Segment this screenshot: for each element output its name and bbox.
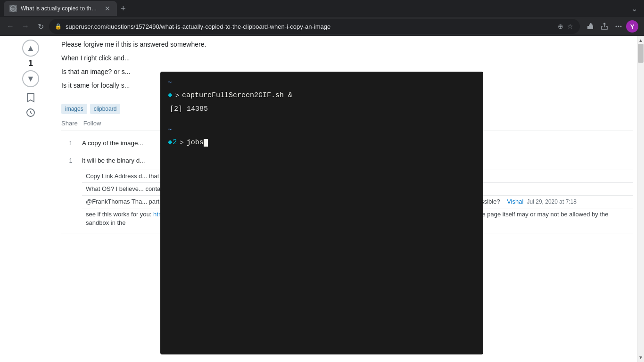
scroll-up-arrow[interactable]: ▲ [637,37,644,44]
terminal-cursor [204,139,208,147]
comment-author-3[interactable]: Vishal [507,198,523,205]
terminal-window: ~ ◆ > captureFullScreen2GIF.sh & [2] 143… [160,72,483,354]
tab-menu-button[interactable]: ⌄ [628,2,640,15]
share-browser-button[interactable] [598,20,611,33]
terminal-content: ~ ◆ > captureFullScreen2GIF.sh & [2] 143… [160,72,483,156]
vote-up-button[interactable]: ▲ [22,40,39,57]
lock-icon: 🔒 [55,23,62,30]
terminal-prompt-1: ◆ > captureFullScreen2GIF.sh & [168,90,476,102]
extensions-button[interactable] [584,20,597,33]
scrollbar-track[interactable] [637,44,644,354]
svg-point-2 [618,26,619,27]
prompt-cmd-2: jobs [187,137,208,148]
bookmark-button[interactable] [24,91,37,104]
address-right-icons: ⊕ ☆ [557,22,574,31]
history-button[interactable] [24,106,37,119]
vote-count: 1 [28,58,33,68]
follow-link[interactable]: Follow [83,120,101,127]
tab-bar: SE What is actually copied to the c... ✕… [0,0,644,17]
settings-button[interactable] [612,20,625,33]
question-text-2: When I right click and... [61,53,633,63]
tab-right-controls: ⌄ [628,2,640,15]
answer-vote-1: 1 [61,139,80,148]
answer-vote-2: 1 [61,156,80,229]
address-bar-row: ← → ↻ 🔒 superuser.com/questions/1572490/… [0,17,644,36]
translate-icon[interactable]: ⊕ [557,22,564,31]
share-link[interactable]: Share [61,120,78,127]
browser-right-controls: Y [582,20,640,33]
tag-images[interactable]: images [61,104,87,114]
terminal-output-1: [2] 14385 [168,104,476,115]
tab-favicon: SE [9,5,17,12]
prompt-arrow-1: > [175,90,179,101]
tab-title: What is actually copied to the c... [21,5,100,12]
prompt-num-1: ◆2 [168,137,177,149]
back-button[interactable]: ← [4,20,17,33]
scrollbar-thumb[interactable] [638,44,644,63]
answer-vote-count-2: 1 [69,157,72,164]
new-tab-button[interactable]: + [117,2,130,16]
address-bar[interactable]: 🔒 superuser.com/questions/1572490/what-i… [49,19,580,34]
terminal-tilde-2: ~ [168,124,476,135]
reload-button[interactable]: ↻ [34,20,47,33]
browser-chrome: SE What is actually copied to the c... ✕… [0,0,644,36]
terminal-prompt-2: ◆2 > jobs [168,137,476,149]
active-tab[interactable]: SE What is actually copied to the c... ✕ [4,1,117,16]
tab-close-button[interactable]: ✕ [104,5,111,12]
bookmark-star-icon[interactable]: ☆ [566,22,574,31]
browser-scrollbar[interactable]: ▲ ▼ [637,36,644,362]
prompt-cmd-1: captureFullScreen2GIF.sh & [182,90,292,101]
terminal-tilde-1: ~ [168,77,476,88]
vote-down-button[interactable]: ▼ [22,70,39,87]
svg-point-3 [616,26,617,27]
prompt-diamond-1: ◆ [168,90,173,102]
address-text: superuser.com/questions/1572490/what-is-… [66,23,553,30]
tag-clipboard[interactable]: clipboard [90,104,121,114]
svg-text:SE: SE [11,8,16,11]
comment-date-3: Jul 29, 2020 at 7:18 [527,198,577,205]
vote-sidebar: ▲ 1 ▼ [0,36,61,362]
profile-button[interactable]: Y [626,20,638,33]
question-text-1: Please forgive me if this is answered so… [61,40,633,49]
prompt-arrow-2: > [180,138,183,148]
answer-vote-count-1: 1 [69,140,72,147]
forward-button[interactable]: → [19,20,32,33]
svg-point-4 [620,26,622,27]
scroll-down-arrow[interactable]: ▼ [637,354,644,361]
